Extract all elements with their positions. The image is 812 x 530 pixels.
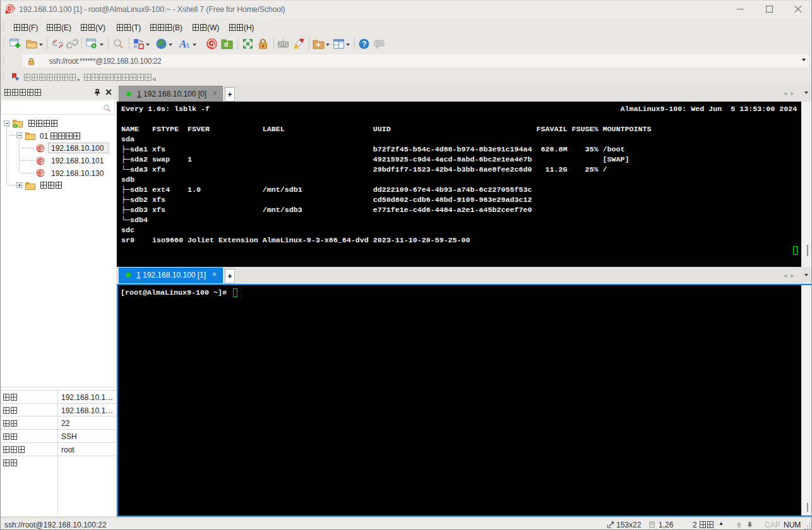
- svg-text:A: A: [184, 40, 190, 50]
- svg-text:d: d: [224, 41, 228, 48]
- svg-text:?: ?: [362, 40, 366, 49]
